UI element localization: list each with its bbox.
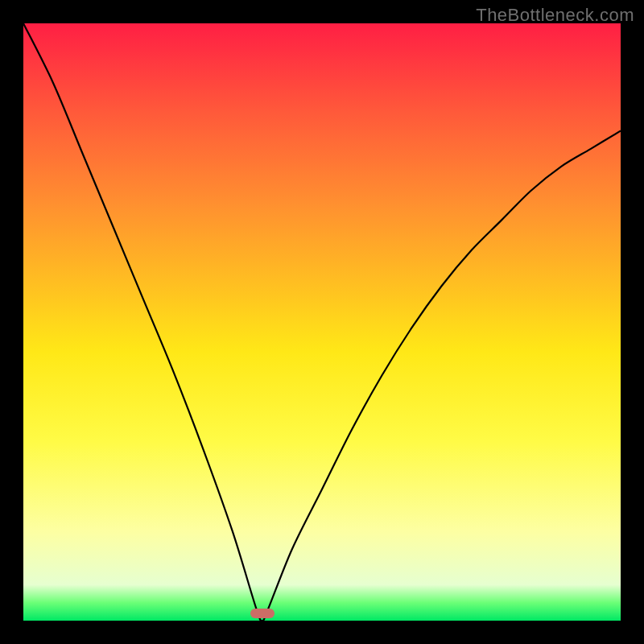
optimal-point-marker [250, 609, 275, 618]
bottleneck-curve [23, 23, 621, 621]
watermark-text: TheBottleneck.com [476, 5, 634, 26]
chart-plot-area [23, 23, 621, 621]
